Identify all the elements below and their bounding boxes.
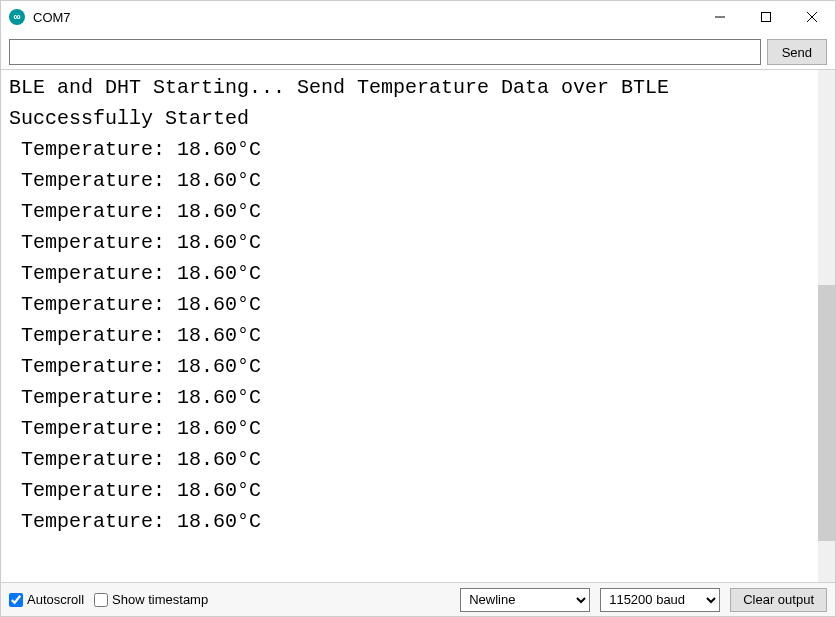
output-wrapper: BLE and DHT Starting... Send Temperature… bbox=[1, 70, 835, 582]
maximize-icon bbox=[761, 12, 771, 22]
timestamp-checkbox[interactable] bbox=[94, 593, 108, 607]
autoscroll-checkbox-wrap[interactable]: Autoscroll bbox=[9, 592, 84, 607]
minimize-button[interactable] bbox=[697, 1, 743, 33]
close-icon bbox=[807, 12, 817, 22]
timestamp-label: Show timestamp bbox=[112, 592, 208, 607]
input-row: Send bbox=[1, 33, 835, 70]
svg-rect-1 bbox=[762, 13, 771, 22]
close-button[interactable] bbox=[789, 1, 835, 33]
window-controls bbox=[697, 1, 835, 33]
autoscroll-checkbox[interactable] bbox=[9, 593, 23, 607]
timestamp-checkbox-wrap[interactable]: Show timestamp bbox=[94, 592, 208, 607]
baud-select[interactable]: 115200 baud bbox=[600, 588, 720, 612]
send-button[interactable]: Send bbox=[767, 39, 827, 65]
autoscroll-label: Autoscroll bbox=[27, 592, 84, 607]
maximize-button[interactable] bbox=[743, 1, 789, 33]
line-ending-select[interactable]: Newline bbox=[460, 588, 590, 612]
arduino-icon bbox=[9, 9, 25, 25]
bottom-bar: Autoscroll Show timestamp Newline 115200… bbox=[1, 582, 835, 616]
serial-output: BLE and DHT Starting... Send Temperature… bbox=[1, 70, 818, 582]
window-title: COM7 bbox=[33, 10, 697, 25]
vertical-scrollbar[interactable] bbox=[818, 70, 835, 582]
titlebar: COM7 bbox=[1, 1, 835, 33]
command-input[interactable] bbox=[9, 39, 761, 65]
scrollbar-thumb[interactable] bbox=[818, 285, 835, 541]
minimize-icon bbox=[715, 12, 725, 22]
clear-output-button[interactable]: Clear output bbox=[730, 588, 827, 612]
